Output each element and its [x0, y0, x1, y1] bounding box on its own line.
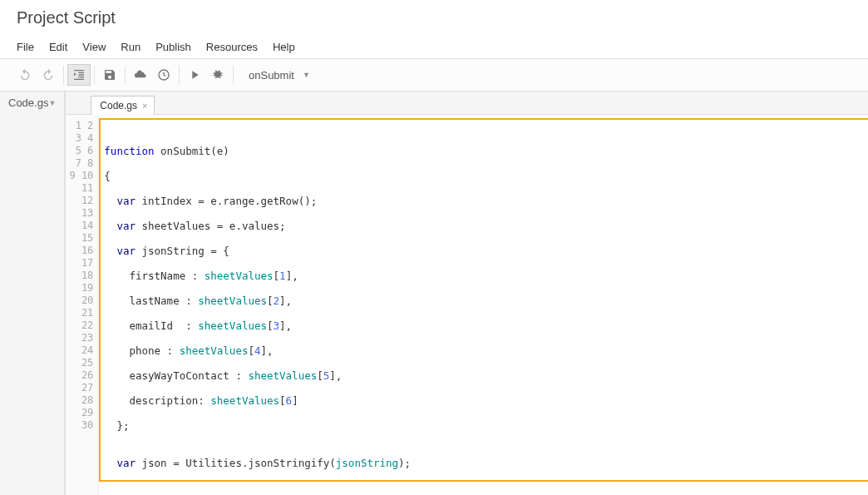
cloud-button[interactable]: [129, 64, 152, 86]
function-select[interactable]: onSubmit ▼: [244, 67, 315, 83]
close-icon[interactable]: ×: [142, 101, 147, 111]
menu-help[interactable]: Help: [273, 41, 295, 53]
code-area[interactable]: function onSubmit(e) { var intIndex = e.…: [99, 115, 868, 495]
toolbar: onSubmit ▼: [0, 59, 868, 92]
menu-file[interactable]: File: [17, 41, 34, 53]
undo-button[interactable]: [13, 64, 37, 86]
sidebar-file-label: Code.gs: [8, 97, 48, 109]
chevron-down-icon: ▼: [48, 99, 56, 107]
line-gutter: 1 2 3 4 5 6 7 8 9 10 11 12 13 14 15 16 1…: [66, 115, 99, 495]
header: Project Script: [0, 0, 868, 41]
function-select-label: onSubmit: [249, 69, 294, 82]
run-button[interactable]: [183, 64, 206, 86]
page-title: Project Script: [17, 8, 851, 27]
code-editor[interactable]: 1 2 3 4 5 6 7 8 9 10 11 12 13 14 15 16 1…: [66, 115, 868, 495]
tab-bar: Code.gs ×: [66, 92, 868, 115]
menu-run[interactable]: Run: [121, 41, 141, 53]
workspace: Code.gs ▼ Code.gs × 1 2 3 4 5 6 7 8 9 10…: [0, 92, 868, 495]
chevron-down-icon: ▼: [303, 71, 310, 79]
editor-panel: Code.gs × 1 2 3 4 5 6 7 8 9 10 11 12 13 …: [66, 92, 868, 495]
menu-view[interactable]: View: [82, 41, 106, 53]
menubar: File Edit View Run Publish Resources Hel…: [0, 41, 868, 59]
tab-label: Code.gs: [100, 100, 137, 111]
debug-button[interactable]: [206, 64, 229, 86]
sidebar-file-item[interactable]: Code.gs ▼: [0, 92, 64, 114]
indent-button[interactable]: [67, 64, 91, 86]
menu-publish[interactable]: Publish: [155, 41, 191, 53]
tab-code[interactable]: Code.gs ×: [91, 96, 155, 115]
menu-edit[interactable]: Edit: [49, 41, 67, 53]
save-button[interactable]: [98, 64, 121, 86]
triggers-button[interactable]: [152, 64, 175, 86]
sidebar: Code.gs ▼: [0, 92, 65, 495]
menu-resources[interactable]: Resources: [206, 41, 258, 53]
redo-button[interactable]: [37, 64, 60, 86]
